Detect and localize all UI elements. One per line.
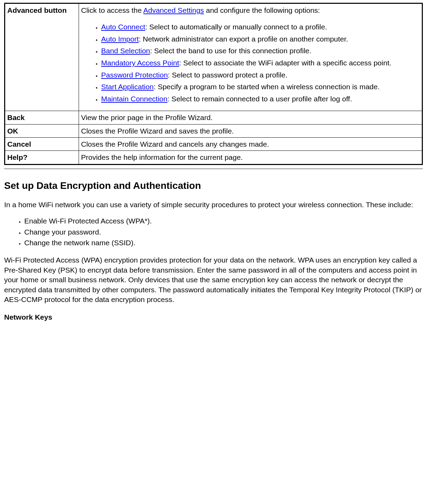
row-desc: Click to access the Advanced Settings an… [79, 3, 422, 111]
list-item: Maintain Connection: Select to remain co… [101, 93, 420, 105]
advanced-settings-link[interactable]: Advanced Settings [143, 6, 204, 14]
item-desc: : Select to password protect a profile. [168, 71, 288, 79]
section-heading: Set up Data Encryption and Authenticatio… [4, 179, 423, 192]
item-desc: : Select to automatically or manually co… [145, 23, 327, 31]
list-item: Change the network name (SSID). [24, 238, 423, 248]
row-label: Help? [5, 151, 79, 164]
table-row: Cancel Closes the Profile Wizard and can… [5, 138, 422, 151]
security-procedures-list: Enable Wi-Fi Protected Access (WPA*). Ch… [4, 216, 423, 248]
list-item: Password Protection: Select to password … [101, 70, 420, 81]
maintain-connection-link[interactable]: Maintain Connection [101, 95, 167, 103]
band-selection-link[interactable]: Band Selection [101, 47, 150, 55]
row-label: Cancel [5, 138, 79, 151]
item-desc: : Select the band to use for this connec… [150, 47, 311, 55]
row-label: Back [5, 111, 79, 124]
section-intro: In a home WiFi network you can use a var… [4, 200, 423, 210]
table-row: Help? Provides the help information for … [5, 151, 422, 164]
row-desc: Provides the help information for the cu… [79, 151, 422, 164]
network-keys-subhead: Network Keys [4, 312, 423, 322]
auto-connect-link[interactable]: Auto Connect [101, 23, 145, 31]
list-item: Enable Wi-Fi Protected Access (WPA*). [24, 216, 423, 226]
item-desc: : Select to remain connected to a user p… [167, 95, 352, 103]
table-row: Back View the prior page in the Profile … [5, 111, 422, 124]
list-item: Auto Import: Network administrator can e… [101, 34, 420, 45]
item-desc: : Select to associate the WiFi adapter w… [179, 59, 391, 67]
row-desc: Closes the Profile Wizard and cancels an… [79, 138, 422, 151]
intro-pre: Click to access the [81, 6, 143, 14]
row-desc: Closes the Profile Wizard and saves the … [79, 124, 422, 137]
mandatory-access-point-link[interactable]: Mandatory Access Point [101, 59, 179, 67]
item-desc: : Specify a program to be started when a… [154, 83, 380, 91]
password-protection-link[interactable]: Password Protection [101, 71, 168, 79]
list-item: Mandatory Access Point: Select to associ… [101, 57, 420, 69]
list-item: Band Selection: Select the band to use f… [101, 45, 420, 57]
auto-import-link[interactable]: Auto Import [101, 35, 139, 43]
list-item: Start Application: Specify a program to … [101, 81, 420, 93]
row-label: Advanced button [5, 3, 79, 111]
table-row: OK Closes the Profile Wizard and saves t… [5, 124, 422, 137]
list-item: Auto Connect: Select to automatically or… [101, 21, 420, 33]
list-item: Change your password. [24, 227, 423, 237]
row-desc: View the prior page in the Profile Wizar… [79, 111, 422, 124]
intro-post: and configure the following options: [204, 6, 320, 14]
table-row: Advanced button Click to access the Adva… [5, 3, 422, 111]
advanced-options-list: Auto Connect: Select to automatically or… [81, 21, 420, 104]
item-desc: : Network administrator can export a pro… [139, 35, 348, 43]
start-application-link[interactable]: Start Application [101, 83, 154, 91]
divider [4, 168, 423, 169]
wpa-paragraph: Wi-Fi Protected Access (WPA) encryption … [4, 255, 423, 304]
row-label: OK [5, 124, 79, 137]
options-table: Advanced button Click to access the Adva… [4, 3, 423, 165]
